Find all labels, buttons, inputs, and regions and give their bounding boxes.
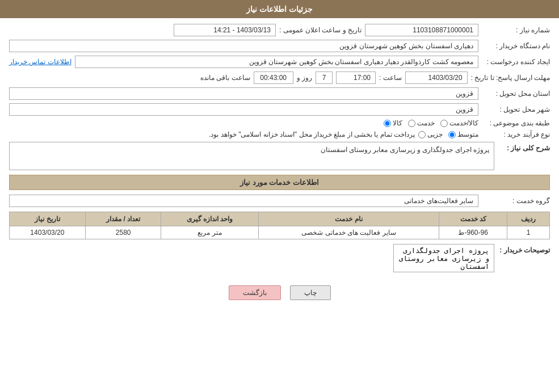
col-name: نام خدمت <box>258 212 439 226</box>
button-row: چاپ بازگشت <box>9 285 550 300</box>
ijad-konande-label: ایجاد کننده درخواست : <box>482 58 550 66</box>
rooz-value: 7 <box>316 71 333 84</box>
radio-jozii: جزیی <box>418 130 443 138</box>
tarikh-value: 1403/03/20 <box>405 71 468 84</box>
radio-kala: کالا <box>384 119 402 127</box>
col-count: تعداد / مقدار <box>85 212 161 226</box>
table-row: 1 960-96-ط سایر فعالیت های خدماتی شخصی م… <box>10 226 550 239</box>
tosif-textarea: پروژه اجرای جدولگذاری و زیرسازی معابر رو… <box>393 244 494 272</box>
page-header: جزئیات اطلاعات نیاز <box>0 0 559 18</box>
noefrayand-label: نوع فرآیند خرید : <box>482 130 550 138</box>
sharh-row: شرح کلی نیاز : پروژه اجرای جدولگذاری و ز… <box>9 142 550 170</box>
rooz-label: روز و <box>297 74 312 82</box>
print-button[interactable]: چاپ <box>290 285 331 300</box>
mohlat-label: مهلت ارسال پاسخ: تا تاریخ : <box>471 74 550 82</box>
cell-radif: 1 <box>507 226 550 239</box>
sharh-content: پروژه اجرای جدولگذاری و زیرسازی معابر رو… <box>9 142 494 170</box>
radio-motavasset-input[interactable] <box>448 131 456 138</box>
radio-khadamat: خدمت <box>408 119 435 127</box>
noefrayand-radio-group: متوسط جزیی <box>418 130 478 138</box>
noefrayand-row: نوع فرآیند خرید : متوسط جزیی پرداخت تمام… <box>9 130 550 138</box>
shomara-row: شماره نیاز : 1103108871000001 تاریخ و سا… <box>9 24 550 36</box>
shomara-niaz-value: 1103108871000001 <box>365 24 478 36</box>
radio-jozii-input[interactable] <box>418 131 426 138</box>
ostan-row: استان محل تحویل : قزوین <box>9 87 550 100</box>
saat-label: ساعت : <box>379 74 402 82</box>
back-button[interactable]: بازگشت <box>229 285 281 300</box>
saat-value: 17:00 <box>336 71 376 84</box>
grooh-khadamat-label: گروه خدمت : <box>482 197 550 205</box>
shahr-value: قزوین <box>9 103 478 116</box>
radio-kala-khadamat-input[interactable] <box>440 120 448 127</box>
tabaghebandi-radio-group: کالا/خدمت خدمت کالا <box>384 119 478 127</box>
cell-date: 1403/03/20 <box>10 226 86 239</box>
header-title: جزئیات اطلاعات نیاز <box>246 5 313 14</box>
nam-dastgah-label: نام دستگاه خریدار : <box>482 42 550 50</box>
radio-kala-label: کالا <box>393 119 402 127</box>
cell-unit: متر مربع <box>161 226 258 239</box>
col-code: کد خدمت <box>439 212 507 226</box>
tabaghebandi-row: طبقه بندی موضوعی : کالا/خدمت خدمت کالا <box>9 119 550 127</box>
col-radif: ردیف <box>507 212 550 226</box>
cell-code: 960-96-ط <box>439 226 507 239</box>
cell-name: سایر فعالیت های خدماتی شخصی <box>258 226 439 239</box>
cell-count: 2580 <box>85 226 161 239</box>
baqi-label: ساعت باقی مانده <box>200 74 250 82</box>
tabaghebandi-label: طبقه بندی موضوعی : <box>482 119 550 127</box>
ostan-value: قزوین <box>9 87 478 100</box>
shahr-row: شهر محل تحویل : قزوین <box>9 103 550 116</box>
khadamat-table: ردیف کد خدمت نام خدمت واحد اندازه گیری ت… <box>9 212 550 239</box>
countdown-value: 00:43:00 <box>254 71 293 84</box>
noefrayand-text: پرداخت تمام یا بخشی از مبلغ خریداز محل "… <box>209 130 415 138</box>
ijad-konande-link[interactable]: اطلاعات تماس خریدار <box>9 58 72 66</box>
ijad-konande-value: معصومه کشت کارذوالقدر دهیار دهیاری اسفست… <box>75 56 478 68</box>
tarikh-aalan-value: 1403/03/13 - 14:21 <box>174 24 276 36</box>
radio-kala-input[interactable] <box>384 120 391 127</box>
ijad-konande-row: ایجاد کننده درخواست : معصومه کشت کارذوال… <box>9 56 550 68</box>
shomara-niaz-label: شماره نیاز : <box>482 26 550 34</box>
radio-motavasset-label: متوسط <box>457 130 478 138</box>
col-date: تاریخ نیاز <box>10 212 86 226</box>
radio-jozii-label: جزیی <box>427 130 443 138</box>
khadamat-section-title: اطلاعات خدمات مورد نیاز <box>9 175 550 190</box>
page-wrapper: جزئیات اطلاعات نیاز شماره نیاز : 1103108… <box>0 0 559 392</box>
radio-khadamat-label: خدمت <box>417 119 435 127</box>
grooh-khadamat-row: گروه خدمت : سایر فعالیت‌های خدماتی <box>9 195 550 207</box>
mohlat-row: مهلت ارسال پاسخ: تا تاریخ : 1403/03/20 س… <box>9 71 550 84</box>
tosif-content: پروژه اجرای جدولگذاری و زیرسازی معابر رو… <box>9 244 494 274</box>
main-content: شماره نیاز : 1103108871000001 تاریخ و سا… <box>0 18 559 315</box>
table-header-row: ردیف کد خدمت نام خدمت واحد اندازه گیری ت… <box>10 212 550 226</box>
grooh-khadamat-value: سایر فعالیت‌های خدماتی <box>9 195 478 207</box>
shahr-label: شهر محل تحویل : <box>482 106 550 113</box>
nam-dastgah-value: دهیاری اسفستان بخش کوهین شهرستان قزوین <box>9 40 478 52</box>
ostan-label: استان محل تحویل : <box>482 90 550 98</box>
col-unit: واحد اندازه گیری <box>161 212 258 226</box>
radio-motavasset: متوسط <box>448 130 478 138</box>
sharh-value: پروژه اجرای جدولگذاری و زیرسازی معابر رو… <box>9 142 494 170</box>
radio-kala-khadamat-label: کالا/خدمت <box>449 119 478 127</box>
radio-khadamat-input[interactable] <box>408 120 415 127</box>
khadamat-table-section: ردیف کد خدمت نام خدمت واحد اندازه گیری ت… <box>9 212 550 239</box>
tosif-row: توصیحات خریدار : پروژه اجرای جدولگذاری و… <box>9 244 550 274</box>
sharh-label: شرح کلی نیاز : <box>499 142 550 152</box>
tosif-label: توصیحات خریدار : <box>499 244 550 254</box>
nam-dastgah-row: نام دستگاه خریدار : دهیاری اسفستان بخش ک… <box>9 40 550 52</box>
radio-kala-khadamat: کالا/خدمت <box>440 119 478 127</box>
tarikh-aalan-label: تاریخ و ساعت اعلان عمومی : <box>279 26 362 34</box>
